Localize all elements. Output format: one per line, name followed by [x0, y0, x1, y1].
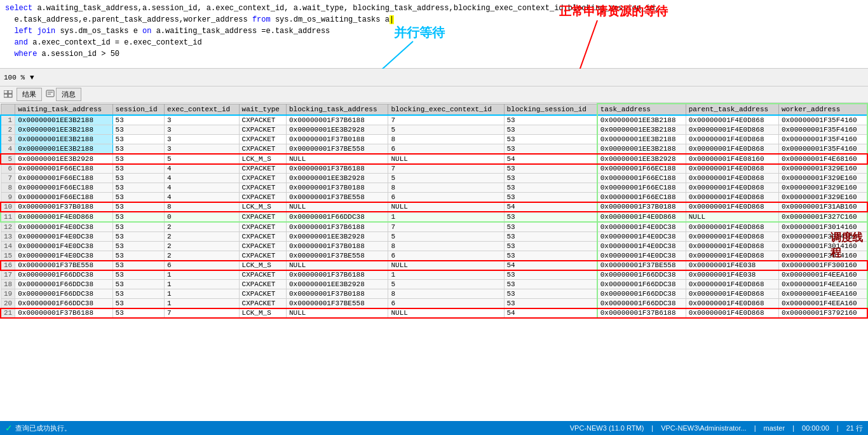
table-row[interactable]: 50x00000001EE3B2928535LCK_M_SNULLNULL540… [1, 154, 867, 164]
table-row[interactable]: 120x00000001F4E0DC38532CXPACKET0x0000000… [1, 222, 867, 232]
col-header-blocking-task-address: blocking_task_address [286, 104, 388, 115]
cell-parent-task-address: 0x00000001F4E0D868 [686, 115, 778, 125]
cell-rn: 12 [1, 222, 15, 232]
cell-wait-type: CXPACKET [239, 164, 286, 174]
table-row[interactable]: 150x00000001F4E0DC38532CXPACKET0x0000000… [1, 251, 867, 261]
cell-wait-type: CXPACKET [239, 222, 286, 232]
table-row[interactable]: 20x00000001EE3B2188533CXPACKET0x00000001… [1, 125, 867, 135]
annotation-zhengchang: 正常申请资源的等待 [559, 3, 668, 20]
results-tabs: 结果 消息 [0, 86, 868, 103]
table-row[interactable]: 210x00000001F37B6188537LCK_M_SNULLNULL54… [1, 308, 867, 319]
cell-waiting-task-address: 0x00000001F66DDC38 [15, 299, 112, 308]
cell-waiting-task-address: 0x00000001F66EC188 [15, 183, 112, 193]
cell-task-address: 0x00000001F66EC188 [597, 193, 686, 202]
cell-blocking-session-id: 53 [504, 193, 597, 202]
table-row[interactable]: 110x00000001F4E0D868530CXPACKET0x0000000… [1, 212, 867, 222]
cell-blocking-task-address: NULL [286, 261, 388, 270]
cell-blocking-session-id: 53 [504, 270, 597, 280]
col-header-wait-type: wait_type [239, 104, 286, 115]
cell-wait-type: LCK_M_S [239, 202, 286, 212]
cell-blocking-task-address: 0x00000001F37B0188 [286, 289, 388, 299]
cell-blocking-exec-context-id: 8 [388, 242, 504, 251]
cell-exec-context-id: 4 [165, 183, 239, 193]
cell-blocking-session-id: 53 [504, 242, 597, 251]
cell-blocking-exec-context-id: 5 [388, 174, 504, 183]
col-header-exec-context-id: exec_context_id [165, 104, 239, 115]
cell-wait-type: CXPACKET [239, 299, 286, 308]
table-row[interactable]: 40x00000001EE3B2188533CXPACKET0x00000001… [1, 144, 867, 155]
cell-parent-task-address: NULL [686, 212, 778, 222]
cell-blocking-exec-context-id: 8 [388, 135, 504, 144]
cell-parent-task-address: 0x00000001F4E08160 [686, 154, 778, 164]
annotation-bingxing: 并行等待 [394, 24, 445, 41]
cell-blocking-session-id: 53 [504, 251, 597, 261]
zoom-dropdown-icon[interactable]: ▼ [30, 74, 34, 81]
cell-blocking-session-id: 53 [504, 212, 597, 222]
cell-task-address: 0x00000001F4E0DC38 [597, 222, 686, 232]
cell-worker-address: 0x00000001F35F4160 [778, 144, 867, 155]
table-row[interactable]: 140x00000001F4E0DC38532CXPACKET0x0000000… [1, 242, 867, 251]
cell-blocking-exec-context-id: 7 [388, 115, 504, 125]
table-row[interactable]: 130x00000001F4E0DC38532CXPACKET0x0000000… [1, 232, 867, 242]
cell-waiting-task-address: 0x00000001F37B0188 [15, 202, 112, 212]
cell-wait-type: CXPACKET [239, 115, 286, 125]
table-row[interactable]: 200x00000001F66DDC38531CXPACKET0x0000000… [1, 299, 867, 308]
cell-wait-type: CXPACKET [239, 174, 286, 183]
cell-waiting-task-address: 0x00000001F4E0D868 [15, 212, 112, 222]
cell-session-id: 53 [112, 144, 165, 155]
cell-session-id: 53 [112, 193, 165, 202]
svg-rect-3 [8, 90, 12, 93]
cell-worker-address: 0x00000001FF300160 [778, 261, 867, 270]
col-header-task-address: task_address [597, 104, 686, 115]
cell-session-id: 53 [112, 222, 165, 232]
table-row[interactable]: 160x00000001F37BE558536LCK_M_SNULLNULL54… [1, 261, 867, 270]
cell-worker-address: 0x00000001F4EEA160 [778, 280, 867, 289]
cell-exec-context-id: 1 [165, 280, 239, 289]
table-row[interactable]: 30x00000001EE3B2188533CXPACKET0x00000001… [1, 135, 867, 144]
table-row[interactable]: 180x00000001F66DDC38531CXPACKET0x0000000… [1, 280, 867, 289]
cell-worker-address: 0x00000001F35F4160 [778, 125, 867, 135]
table-row[interactable]: 90x00000001F66EC188534CXPACKET0x00000001… [1, 193, 867, 202]
cell-parent-task-address: 0x00000001F4E0D868 [686, 251, 778, 261]
user-info: VPC-NEW3\Administrator... [661, 424, 746, 432]
cell-exec-context-id: 4 [165, 193, 239, 202]
table-row[interactable]: 80x00000001F66EC188534CXPACKET0x00000001… [1, 183, 867, 193]
table-row[interactable]: 10x00000001EE3B2188533CXPACKET0x00000001… [1, 115, 867, 125]
cell-blocking-session-id: 54 [504, 154, 597, 164]
cell-waiting-task-address: 0x00000001F66EC188 [15, 164, 112, 174]
table-row[interactable]: 100x00000001F37B0188538LCK_M_SNULLNULL54… [1, 202, 867, 212]
tab-results[interactable]: 结果 [17, 88, 42, 101]
table-row[interactable]: 70x00000001F66EC188534CXPACKET0x00000001… [1, 174, 867, 183]
sql-editor[interactable]: select a.waiting_task_address,a.session_… [0, 0, 868, 69]
table-row[interactable]: 170x00000001F66DDC38531CXPACKET0x0000000… [1, 270, 867, 280]
cell-waiting-task-address: 0x00000001F37BE558 [15, 261, 112, 270]
tab-messages[interactable]: 消息 [56, 88, 81, 101]
cell-parent-task-address: 0x00000001F4E0D868 [686, 164, 778, 174]
cell-blocking-exec-context-id: NULL [388, 154, 504, 164]
cell-session-id: 53 [112, 280, 165, 289]
grid-scroll[interactable]: waiting_task_address session_id exec_con… [0, 103, 868, 421]
cell-rn: 9 [1, 193, 15, 202]
cell-worker-address: 0x00000001F4EEA160 [778, 289, 867, 299]
cell-waiting-task-address: 0x00000001EE3B2188 [15, 125, 112, 135]
cell-blocking-exec-context-id: 8 [388, 289, 504, 299]
cell-wait-type: CXPACKET [239, 212, 286, 222]
cell-blocking-task-address: 0x00000001F37B0188 [286, 183, 388, 193]
table-row[interactable]: 60x00000001F66EC188534CXPACKET0x00000001… [1, 164, 867, 174]
cell-session-id: 53 [112, 251, 165, 261]
cell-blocking-session-id: 53 [504, 135, 597, 144]
cell-parent-task-address: 0x00000001F4E0D868 [686, 174, 778, 183]
cell-blocking-session-id: 53 [504, 280, 597, 289]
cell-exec-context-id: 1 [165, 270, 239, 280]
status-bar: ✓ 查询已成功执行。 VPC-NEW3 (11.0 RTM) | VPC-NEW… [0, 421, 868, 435]
cell-blocking-exec-context-id: 7 [388, 222, 504, 232]
cell-parent-task-address: 0x00000001F4E0D868 [686, 202, 778, 212]
cell-parent-task-address: 0x00000001F4E0D868 [686, 308, 778, 319]
cell-exec-context-id: 7 [165, 308, 239, 319]
separator2: | [754, 424, 756, 432]
cell-parent-task-address: 0x00000001F4E038 [686, 261, 778, 270]
cell-session-id: 53 [112, 135, 165, 144]
cell-exec-context-id: 1 [165, 289, 239, 299]
table-row[interactable]: 190x00000001F66DDC38531CXPACKET0x0000000… [1, 289, 867, 299]
cell-parent-task-address: 0x00000001F4E038 [686, 270, 778, 280]
